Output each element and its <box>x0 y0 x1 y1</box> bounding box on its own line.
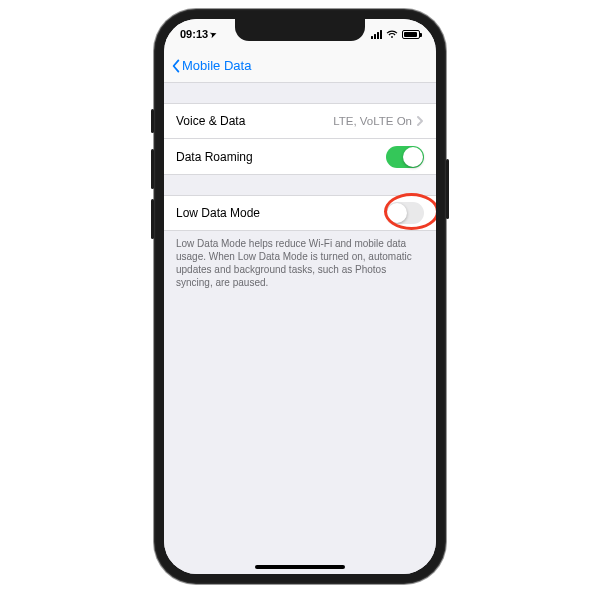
toggle-knob <box>403 147 423 167</box>
wifi-icon <box>386 30 398 39</box>
home-indicator[interactable] <box>255 565 345 569</box>
back-button[interactable]: Mobile Data <box>170 58 251 74</box>
group-low-data: Low Data Mode Low Data Mode helps reduce… <box>164 195 436 289</box>
back-label: Mobile Data <box>182 58 251 73</box>
data-roaming-label: Data Roaming <box>176 150 386 164</box>
row-data-roaming: Data Roaming <box>164 139 436 175</box>
volume-up-button <box>151 149 154 189</box>
mute-switch <box>151 109 154 133</box>
chevron-left-icon <box>170 58 182 74</box>
volume-down-button <box>151 199 154 239</box>
notch <box>235 19 365 41</box>
status-left: 09:13 ➤ <box>180 28 217 40</box>
voice-data-value: LTE, VoLTE On <box>333 115 412 127</box>
power-button <box>446 159 449 219</box>
status-right <box>371 30 420 39</box>
nav-bar: Mobile Data <box>164 49 436 83</box>
phone-frame: 09:13 ➤ Mobile Data <box>154 9 446 584</box>
location-icon: ➤ <box>209 29 219 40</box>
toggle-knob <box>387 203 407 223</box>
status-time: 09:13 <box>180 28 208 40</box>
low-data-mode-footer: Low Data Mode helps reduce Wi-Fi and mob… <box>164 231 436 289</box>
low-data-mode-label: Low Data Mode <box>176 206 386 220</box>
data-roaming-toggle[interactable] <box>386 146 424 168</box>
cellular-signal-icon <box>371 30 382 39</box>
voice-data-label: Voice & Data <box>176 114 333 128</box>
row-voice-and-data[interactable]: Voice & Data LTE, VoLTE On <box>164 103 436 139</box>
group-voice-roaming: Voice & Data LTE, VoLTE On Data Roaming <box>164 103 436 175</box>
low-data-mode-toggle[interactable] <box>386 202 424 224</box>
battery-icon <box>402 30 420 39</box>
chevron-right-icon <box>416 115 424 127</box>
row-low-data-mode: Low Data Mode <box>164 195 436 231</box>
screen: 09:13 ➤ Mobile Data <box>164 19 436 574</box>
settings-content[interactable]: Voice & Data LTE, VoLTE On Data Roaming … <box>164 83 436 574</box>
